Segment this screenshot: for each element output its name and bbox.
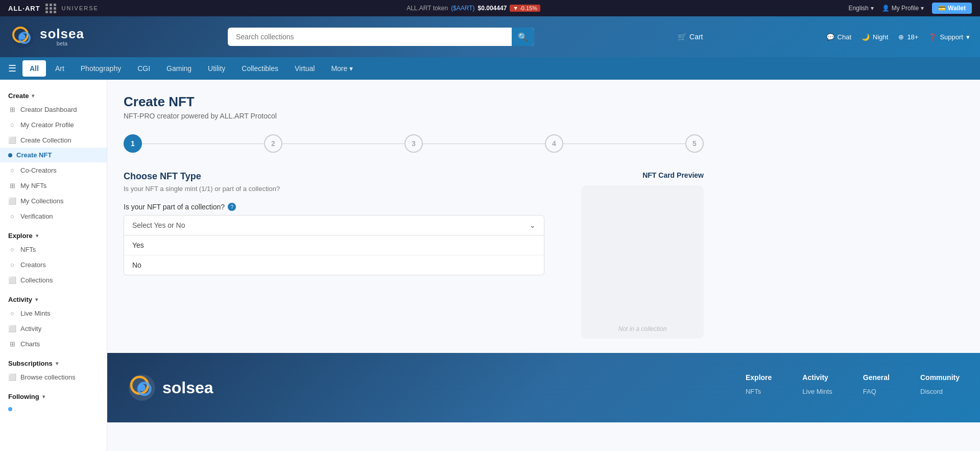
dropdown-option-no[interactable]: No: [124, 255, 544, 275]
footer-col-community: Community Discord: [920, 373, 960, 402]
sidebar-item-creators[interactable]: ○ Creators: [0, 257, 107, 272]
sidebar-item-create-nft[interactable]: Create NFT: [0, 148, 107, 162]
cart-button[interactable]: 🛒 Cart: [678, 33, 703, 41]
footer-inner: solsea Explore NFTs Activity Live Mints …: [128, 373, 960, 402]
sidebar-item-browse-collections[interactable]: ⬜ Browse collections: [0, 369, 107, 385]
hamburger-button[interactable]: ☰: [8, 63, 16, 74]
token-price: $0.004447: [478, 5, 507, 12]
step-4[interactable]: 4: [545, 134, 563, 153]
nav-item-cgi[interactable]: CGI: [130, 60, 157, 77]
collection-icon: ⬜: [8, 136, 16, 144]
step-2[interactable]: 2: [264, 134, 282, 153]
step-line-4: [563, 144, 685, 144]
footer-cols: Explore NFTs Activity Live Mints General…: [746, 373, 960, 402]
svg-point-3: [19, 34, 26, 40]
browse-icon: ⬜: [8, 373, 16, 381]
nav-item-photography[interactable]: Photography: [74, 60, 128, 77]
page-title: Create NFT: [124, 94, 704, 110]
footer-logo-area: solsea: [128, 373, 213, 402]
footer-general-faq[interactable]: FAQ: [863, 388, 890, 395]
search-button[interactable]: 🔍: [512, 28, 534, 46]
nav-item-collectibles[interactable]: Collectibles: [234, 60, 285, 77]
support-button[interactable]: ❓ Support ▾: [928, 33, 970, 41]
chevron-down-icon: ▾: [36, 233, 38, 239]
activity-icon: ⬜: [8, 324, 16, 333]
help-circle-icon[interactable]: ?: [228, 203, 236, 211]
top-bar-left: ALL·ART UNIVERSE: [8, 4, 99, 13]
footer-activity-title: Activity: [802, 373, 832, 382]
chevron-down-icon: ⌄: [530, 221, 536, 229]
search-bar: 🔍: [228, 28, 534, 46]
creator-icon: ○: [8, 260, 16, 269]
step-line-1: [142, 144, 264, 144]
footer-activity-live-mints[interactable]: Live Mints: [802, 388, 832, 395]
collections-icon: ⬜: [8, 197, 16, 205]
dropdown-option-yes[interactable]: Yes: [124, 235, 544, 255]
age-button[interactable]: ⊕ 18+: [898, 33, 918, 41]
step-line-3: [423, 144, 545, 144]
sidebar-item-nfts[interactable]: ○ NFTs: [0, 242, 107, 257]
token-ticker[interactable]: ($AART): [451, 5, 474, 12]
token-change: ▼ -0.15%: [510, 5, 540, 12]
activity-section-title[interactable]: Activity ▾: [0, 292, 107, 305]
nav-bar: ☰ All Art Photography CGI Gaming Utility…: [0, 57, 980, 80]
footer-general-title: General: [863, 373, 890, 382]
sidebar-item-my-collections[interactable]: ⬜ My Collections: [0, 193, 107, 208]
search-input[interactable]: [228, 28, 534, 46]
language-selector[interactable]: English ▾: [848, 5, 873, 12]
footer-explore-nfts[interactable]: NFTs: [746, 388, 772, 395]
nav-item-more[interactable]: More ▾: [324, 60, 360, 77]
sidebar-item-my-nfts[interactable]: ⊞ My NFTs: [0, 178, 107, 193]
down-arrow-icon: ▼: [513, 5, 518, 11]
top-bar-right: English ▾ 👤 My Profile ▾ 💳 Wallet: [848, 3, 972, 14]
footer: solsea Explore NFTs Activity Live Mints …: [107, 353, 980, 422]
sidebar-item-co-creators[interactable]: ○ Co-Creators: [0, 162, 107, 178]
user-icon: 👤: [882, 5, 890, 12]
subscriptions-section-title[interactable]: Subscriptions ▾: [0, 355, 107, 369]
sidebar-item-my-creator-profile[interactable]: ○ My Creator Profile: [0, 117, 107, 132]
step-line-2: [282, 144, 404, 144]
nav-item-art[interactable]: Art: [48, 60, 71, 77]
help-icon: ❓: [928, 33, 937, 41]
sidebar-item-create-collection[interactable]: ⬜ Create Collection: [0, 132, 107, 148]
nav-item-all[interactable]: All: [22, 60, 46, 77]
wallet-icon: 💳: [938, 5, 946, 12]
profile-menu[interactable]: 👤 My Profile ▾: [882, 5, 924, 12]
steps-container: 1 2 3 4 5: [124, 134, 704, 153]
nav-item-virtual[interactable]: Virtual: [288, 60, 322, 77]
following-section-title[interactable]: Following ▾: [0, 389, 107, 402]
nav-item-gaming[interactable]: Gaming: [159, 60, 199, 77]
sidebar-item-charts[interactable]: ⊞ Charts: [0, 336, 107, 351]
step-1[interactable]: 1: [124, 134, 142, 153]
content-area: Create NFT NFT-PRO creator powered by AL…: [107, 80, 720, 353]
sidebar-item-activity[interactable]: ⬜ Activity: [0, 321, 107, 336]
step-3[interactable]: 3: [404, 134, 423, 153]
nft-list-icon: ⊞: [8, 181, 16, 189]
logo-area[interactable]: solsea beta: [10, 25, 84, 49]
sidebar-item-verification[interactable]: ○ Verification: [0, 208, 107, 224]
sidebar-item-creator-dashboard[interactable]: ⊞ Creator Dashboard: [0, 102, 107, 117]
sidebar-item-collections[interactable]: ⬜ Collections: [0, 272, 107, 288]
grid-icon[interactable]: [45, 4, 57, 13]
dropdown-menu: Yes No: [124, 235, 544, 275]
wallet-button[interactable]: 💳 Wallet: [932, 3, 972, 14]
chevron-down-icon: ▾: [871, 5, 874, 12]
nav-item-utility[interactable]: Utility: [201, 60, 232, 77]
create-section-title[interactable]: Create ▾: [0, 88, 107, 102]
footer-community-discord[interactable]: Discord: [920, 388, 960, 395]
allart-logo: ALL·ART: [8, 5, 40, 12]
chat-button[interactable]: 💬 Chat: [826, 33, 851, 41]
verify-icon: ○: [8, 212, 16, 220]
form-section-title: Choose NFT Type: [124, 171, 544, 182]
token-label: ALL.ART token: [407, 5, 448, 12]
charts-icon: ⊞: [8, 340, 16, 348]
night-button[interactable]: 🌙 Night: [862, 33, 888, 41]
step-5[interactable]: 5: [685, 134, 704, 153]
logo-text: solsea beta: [40, 27, 84, 46]
explore-section-title[interactable]: Explore ▾: [0, 228, 107, 242]
sidebar-item-live-mints[interactable]: ○ Live Mints: [0, 305, 107, 321]
svg-point-7: [138, 384, 146, 391]
preview-title: NFT Card Preview: [561, 171, 704, 179]
dropdown-trigger[interactable]: Select Yes or No ⌄: [124, 215, 544, 235]
chevron-down-icon: ▾: [32, 93, 34, 99]
